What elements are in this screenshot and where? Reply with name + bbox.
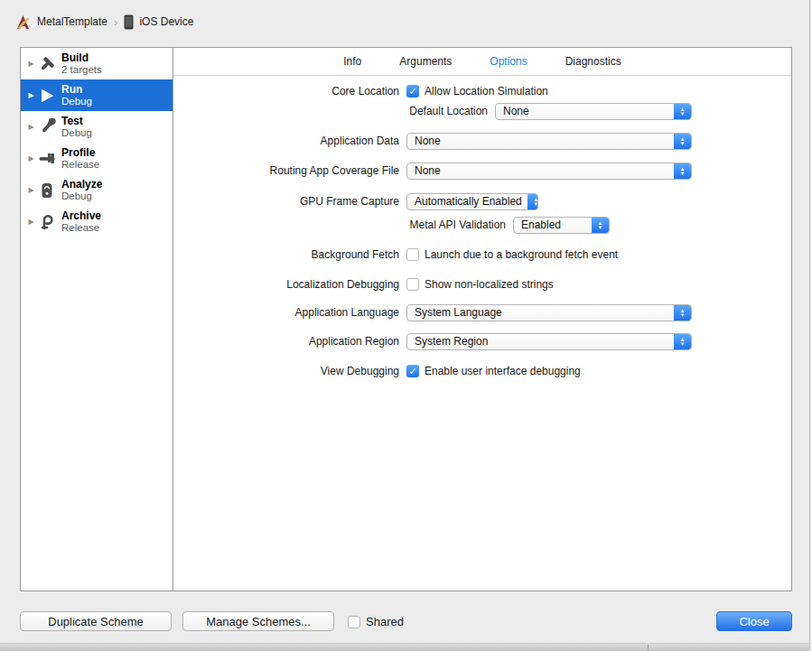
application-data-popup[interactable]: None (406, 133, 692, 150)
application-data-value: None (407, 135, 674, 147)
window-bottom-edge (0, 643, 809, 651)
sidebar-item-subtitle: Debug (61, 191, 102, 202)
application-data-row: Application Data None (173, 132, 791, 150)
metal-api-validation-value: Enabled (514, 219, 592, 231)
xcode-project-icon (14, 14, 32, 31)
default-location-row: Default Location None (173, 102, 791, 120)
core-location-row: Core Location Allow Location Simulation (173, 82, 791, 100)
disclosure-triangle-icon[interactable] (25, 123, 37, 131)
allow-location-simulation-checkbox[interactable] (406, 85, 419, 98)
application-region-label: Application Region (173, 335, 399, 348)
tab-arguments[interactable]: Arguments (399, 55, 452, 68)
shared-checkbox-label: Shared (366, 615, 404, 628)
popup-stepper-icon (592, 218, 609, 233)
metal-api-validation-popup[interactable]: Enabled (513, 217, 610, 234)
profile-caliper-icon (37, 149, 57, 169)
background-fetch-checkbox[interactable] (406, 248, 419, 261)
sidebar-item-title: Profile (61, 147, 99, 159)
disclosure-triangle-icon[interactable] (25, 186, 37, 194)
sidebar-item-subtitle: 2 targets (61, 64, 102, 76)
sidebar-item-test[interactable]: Test Debug (21, 111, 173, 143)
background-window-divider (648, 645, 649, 651)
breadcrumb-destination[interactable]: iOS Device (139, 15, 193, 28)
scheme-options-content: Info Arguments Options Diagnostics Core … (173, 48, 791, 591)
build-hammer-icon (37, 54, 57, 74)
application-region-row: Application Region System Region (173, 332, 791, 350)
background-fetch-checkbox-label: Launch due to a background fetch event (425, 248, 618, 261)
default-location-popup[interactable]: None (495, 103, 692, 120)
disclosure-triangle-icon[interactable] (25, 218, 37, 226)
disclosure-triangle-icon[interactable] (25, 91, 37, 99)
tab-info[interactable]: Info (343, 55, 361, 68)
sidebar-item-subtitle: Release (61, 159, 99, 171)
metal-api-validation-row: Metal API Validation Enabled (173, 216, 791, 234)
analyze-icon (37, 181, 57, 200)
sidebar-item-build[interactable]: Build 2 targets (21, 48, 173, 79)
scheme-editor-dialog: MetalTemplate iOS Device Build 2 targets (0, 0, 812, 651)
default-location-value: None (496, 105, 674, 117)
test-wrench-icon (37, 117, 57, 137)
localization-debugging-row: Localization Debugging Show non-localize… (173, 275, 791, 293)
manage-schemes-button[interactable]: Manage Schemes... (182, 611, 334, 631)
localization-debugging-checkbox[interactable] (406, 278, 419, 291)
default-location-label: Default Location (173, 105, 488, 117)
sidebar-item-subtitle: Release (61, 222, 101, 234)
background-fetch-row: Background Fetch Launch due to a backgro… (173, 246, 791, 264)
breadcrumb-project[interactable]: MetalTemplate (37, 15, 107, 28)
chevron-right-icon (114, 15, 117, 29)
sidebar-item-title: Archive (61, 210, 101, 222)
routing-app-coverage-row: Routing App Coverage File None (173, 162, 791, 180)
scheme-panel: Build 2 targets Run Debug (20, 47, 792, 591)
core-location-label: Core Location (173, 85, 399, 98)
breadcrumb[interactable]: MetalTemplate iOS Device (14, 13, 193, 31)
close-button[interactable]: Close (716, 611, 792, 631)
disclosure-triangle-icon[interactable] (25, 60, 37, 68)
scheme-actions-sidebar: Build 2 targets Run Debug (21, 48, 173, 591)
sidebar-item-title: Analyze (61, 179, 102, 191)
routing-app-coverage-value: None (407, 164, 674, 177)
sidebar-item-profile[interactable]: Profile Release (21, 143, 173, 174)
sidebar-item-archive[interactable]: Archive Release (21, 206, 173, 237)
background-fetch-label: Background Fetch (173, 248, 399, 261)
tab-options[interactable]: Options (490, 55, 527, 68)
view-debugging-label: View Debugging (173, 365, 399, 377)
gpu-frame-capture-row: GPU Frame Capture Automatically Enabled (173, 192, 791, 210)
sidebar-item-subtitle: Debug (61, 96, 92, 107)
sidebar-item-title: Test (61, 116, 92, 127)
gpu-frame-capture-value: Automatically Enabled (407, 195, 527, 208)
routing-app-coverage-label: Routing App Coverage File (173, 164, 399, 177)
popup-stepper-icon (674, 305, 691, 321)
application-language-row: Application Language System Language (173, 303, 791, 321)
localization-debugging-checkbox-label: Show non-localized strings (425, 278, 554, 291)
sidebar-item-title: Run (61, 84, 92, 96)
application-language-label: Application Language (173, 306, 399, 319)
localization-debugging-label: Localization Debugging (173, 278, 399, 291)
popup-stepper-icon (674, 334, 691, 349)
ios-device-icon (124, 14, 134, 30)
popup-stepper-icon (674, 163, 691, 179)
sidebar-item-analyze[interactable]: Analyze Debug (21, 174, 173, 206)
allow-location-simulation-label: Allow Location Simulation (425, 85, 548, 98)
shared-checkbox[interactable] (348, 616, 360, 628)
application-language-popup[interactable]: System Language (406, 304, 692, 321)
gpu-frame-capture-popup[interactable]: Automatically Enabled (406, 193, 538, 210)
view-debugging-checkbox-label: Enable user interface debugging (425, 365, 581, 377)
sidebar-item-run[interactable]: Run Debug (21, 79, 173, 111)
view-debugging-row: View Debugging Enable user interface deb… (173, 362, 791, 380)
archive-icon (37, 212, 57, 232)
sidebar-item-title: Build (61, 52, 102, 64)
disclosure-triangle-icon[interactable] (25, 154, 37, 163)
application-region-value: System Region (407, 335, 674, 348)
application-language-value: System Language (407, 306, 674, 319)
routing-app-coverage-popup[interactable]: None (406, 163, 692, 180)
gpu-frame-capture-label: GPU Frame Capture (173, 195, 399, 208)
metal-api-validation-label: Metal API Validation (173, 219, 506, 231)
duplicate-scheme-button[interactable]: Duplicate Scheme (20, 611, 172, 631)
application-data-label: Application Data (173, 135, 399, 147)
application-region-popup[interactable]: System Region (406, 333, 692, 350)
view-debugging-checkbox[interactable] (406, 365, 419, 377)
sidebar-item-subtitle: Debug (61, 127, 92, 139)
run-play-icon (37, 86, 57, 106)
popup-stepper-icon (527, 194, 538, 209)
tab-diagnostics[interactable]: Diagnostics (565, 55, 621, 68)
